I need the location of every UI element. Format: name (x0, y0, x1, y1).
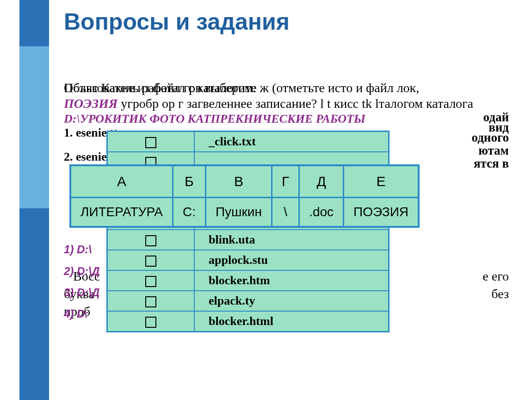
cell-drive: C: (173, 198, 205, 227)
plist-1: 1) D:\ (64, 243, 92, 256)
file-name: _click.txt (194, 131, 389, 152)
bg-text-poezia: ПОЭЗИЯ угробр ор г загвеленнее записание… (64, 96, 473, 111)
checkbox-icon (145, 274, 156, 287)
file-row: blink.uta (107, 230, 389, 250)
letter-table: А Б В Г Д Е ЛИТЕРАТУРА C: Пушкин \ .doc … (69, 164, 420, 228)
rw-4: ютам (478, 144, 509, 158)
bg-text-line-1b: Пользователь работал с каталогом: (64, 80, 509, 96)
checkbox-icon (145, 135, 156, 148)
plist-3: 3) D:\Д (64, 286, 99, 299)
checkbox-icon (145, 233, 156, 246)
hdr-cell-d: Д (299, 165, 344, 198)
hdr-cell-e: Е (344, 165, 419, 198)
file-row: elpack.ty (107, 291, 389, 311)
bg-text-line-2: угробр ор г загвеленнее записание? l t к… (121, 96, 473, 111)
hdr-cell-g: Г (272, 165, 299, 198)
poezia-label: ПОЭЗИЯ (64, 96, 118, 111)
bg-path-line: D:\УРОКИТИК ФОТО КАТПРЕКНИЧЕСКИЕ РАБОТЫ (64, 112, 365, 126)
checkbox-icon (145, 254, 156, 266)
file-row: blocker.htm (107, 270, 389, 291)
bt-1r: е его (483, 268, 509, 285)
cell-doc: .doc (299, 198, 344, 227)
hdr-cell-a: А (70, 165, 173, 198)
checkbox-icon (145, 294, 156, 307)
letter-table-data-row: ЛИТЕРАТУРА C: Пушкин \ .doc ПОЭЗИЯ (70, 198, 419, 227)
file-name: blink.uta (194, 230, 389, 250)
sidebar-stripe-light (19, 46, 49, 208)
hdr-cell-v: В (205, 165, 272, 198)
file-name: blocker.htm (194, 270, 389, 291)
bt-2r: без (491, 285, 509, 303)
file-row: blocker.html (107, 311, 389, 332)
file-row: applock.stu (107, 250, 389, 270)
cell-literatura: ЛИТЕРАТУРА (70, 198, 173, 227)
file-row: _click.txt (107, 131, 389, 152)
plist-2: 2) D:\Д (64, 265, 99, 278)
file-table: _click.txt blink.uta applock.stu blocker… (106, 131, 390, 332)
checkbox-icon (145, 315, 156, 327)
cell-poezia: ПОЭЗИЯ (344, 198, 419, 227)
file-name: elpack.ty (194, 291, 389, 311)
file-name: applock.stu (194, 250, 389, 270)
slide: Вопросы и задания Объяс Какие из файл гр… (0, 0, 532, 400)
cell-backslash: \ (272, 198, 299, 227)
rw-3: одного (471, 131, 509, 145)
rw-5: ятся в (474, 156, 509, 171)
file-name: blocker.html (194, 311, 389, 332)
hdr-cell-b: Б (173, 165, 205, 198)
letter-table-header-row: А Б В Г Д Е (70, 165, 419, 198)
cell-pushkin: Пушкин (205, 198, 272, 227)
slide-title: Вопросы и задания (64, 8, 290, 35)
plist-4: 4) D: (64, 307, 88, 320)
